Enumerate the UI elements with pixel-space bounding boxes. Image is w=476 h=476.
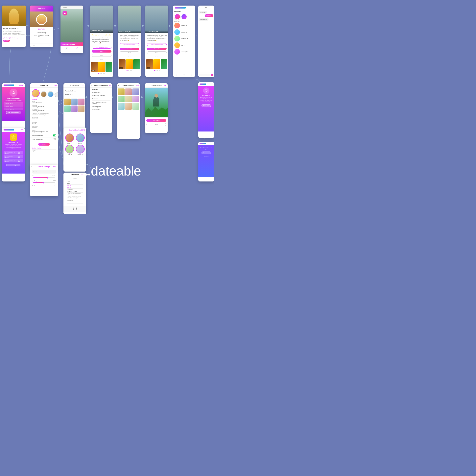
- nav-icon-2[interactable]: ♡: [183, 74, 185, 76]
- blocked-user-2[interactable]: David, 26: [65, 145, 74, 155]
- credit-item-1[interactable]: 4 Credits · $6.10: [3, 105, 23, 107]
- edit-avatar-2[interactable]: [48, 91, 53, 97]
- name-value[interactable]: Alison Reynolds: [32, 102, 56, 104]
- match-avatar-1[interactable]: [181, 14, 187, 20]
- edit-profile-done[interactable]: OO: [54, 85, 57, 86]
- fb-photo-6[interactable]: [118, 103, 125, 110]
- fb-photo-4[interactable]: [125, 96, 132, 102]
- add-photo-btn[interactable]: +: [54, 92, 58, 97]
- block-button-2[interactable]: Block: [119, 51, 139, 54]
- match-row-0[interactable]: Renner, 26: [174, 23, 194, 28]
- fb-photo-2[interactable]: [132, 88, 139, 95]
- about-value[interactable]: About Me: [32, 118, 56, 121]
- chat-input[interactable]: [199, 74, 210, 76]
- edit-avatar-main[interactable]: [32, 89, 40, 97]
- search-settings-link[interactable]: Search Settings: [31, 32, 52, 33]
- push-toggle[interactable]: [53, 135, 56, 136]
- credits-done-btn[interactable]: DONE: [19, 85, 23, 86]
- back-button-1[interactable]: Back: [92, 58, 111, 61]
- view-fb-button-2[interactable]: View Facebook Profile: [119, 43, 139, 46]
- match-button-1[interactable]: Match: [92, 50, 111, 52]
- height-val[interactable]: Height: [67, 187, 83, 189]
- edit-avatar-1[interactable]: [41, 91, 47, 97]
- send-button[interactable]: ▶: [211, 74, 213, 76]
- tagline-value[interactable]: Alicia City Residents: [32, 106, 56, 108]
- pro-done-btn[interactable]: DO: [21, 129, 23, 131]
- nav-icon-3[interactable]: ⊘: [191, 74, 192, 76]
- online-button[interactable]: I'm online: [3, 40, 10, 42]
- match-row-1[interactable]: Renner, 26: [174, 29, 194, 35]
- about-val[interactable]: [67, 201, 83, 204]
- album-link-3[interactable]: how I spent my summer vacation: [92, 101, 110, 105]
- unmatch-button[interactable]: Unmatch: [119, 48, 139, 50]
- edit-photos-done[interactable]: OO: [82, 85, 84, 86]
- interests-val[interactable]: Interests · Dating: [67, 191, 83, 193]
- match-row-2[interactable]: JackMon, 25: [174, 36, 194, 41]
- edit-photos-exp-done[interactable]: OO: [109, 85, 111, 86]
- album-link-0[interactable]: Profile Photos: [92, 91, 110, 94]
- search-input[interactable]: Search: [32, 170, 56, 173]
- never-mind-btn-1[interactable]: Never mind: [202, 104, 211, 107]
- nav-settings-icon[interactable]: ⊘: [48, 44, 50, 46]
- back-button-2[interactable]: Back: [119, 56, 139, 58]
- words-val[interactable]: 2 words to describe you · write this des…: [67, 196, 83, 199]
- membership-1[interactable]: Pro Membership · 4 Months $12 Mtly: [3, 155, 23, 158]
- fb-photo-3[interactable]: [118, 96, 125, 102]
- credit-item-2[interactable]: 6 Credits · $14.50: [3, 108, 23, 110]
- fb-photo-0[interactable]: [118, 88, 125, 95]
- search-done[interactable]: DONE: [53, 166, 57, 167]
- chat-back-icon[interactable]: ‹: [200, 7, 200, 9]
- edit-photos-exp-back[interactable]: ‹: [91, 84, 92, 86]
- edit-profile-link[interactable]: Edit Profile: [31, 28, 52, 30]
- log-out-link[interactable]: Log Out 5: [32, 150, 56, 152]
- match-row-3[interactable]: JMo, 21: [174, 42, 194, 48]
- photo-thumb-0[interactable]: [64, 99, 71, 105]
- album-link-1[interactable]: Photos from dateable: [92, 94, 110, 97]
- block-button-1[interactable]: Block: [92, 54, 111, 57]
- fundspot-button[interactable]: Fundspot: [3, 37, 10, 39]
- edit-done-button[interactable]: DONE: [38, 143, 50, 146]
- blocked-user-1[interactable]: Luis, 28: [75, 134, 85, 144]
- nav-home-icon[interactable]: ⊙: [33, 44, 35, 46]
- nav-icon-1[interactable]: ⊙: [176, 74, 177, 76]
- unlock-upgrade-btn[interactable]: Unlock & Upgrade: [6, 164, 20, 166]
- crop-done[interactable]: OO: [164, 85, 166, 86]
- fb-photo-7[interactable]: [125, 103, 132, 110]
- album-link-2[interactable]: Christmas: [92, 97, 110, 101]
- blocked-user-3[interactable]: Kelvin, 32: [75, 145, 85, 155]
- fb-photo-5[interactable]: [132, 96, 139, 102]
- interests-value[interactable]: Alicia City Residents: [32, 110, 56, 112]
- photo-thumb-5[interactable]: [78, 105, 85, 112]
- fb-albums-done[interactable]: OO: [136, 85, 139, 86]
- unmatch-button-3[interactable]: Unmatch: [147, 48, 167, 50]
- search-back[interactable]: ‹: [31, 166, 32, 168]
- height-name-val[interactable]: Name: [67, 183, 83, 185]
- album-link-4[interactable]: Mobile Uploads: [92, 105, 110, 108]
- block-button-3[interactable]: Block: [147, 51, 167, 54]
- membership-2[interactable]: Pro Membership · 5 Months $14 Mtly: [3, 159, 23, 162]
- photo-thumb-2[interactable]: [78, 99, 85, 105]
- email-toggle[interactable]: [53, 138, 56, 140]
- membership-0[interactable]: Pro Membership · 3 Months $12 Mtly: [3, 151, 23, 154]
- dislike-button[interactable]: ✗: [65, 47, 68, 50]
- gender-value[interactable]: Female: [32, 123, 56, 125]
- blocked-profiles-link[interactable]: Blocked Profiles: [32, 147, 56, 150]
- play-icon[interactable]: ▶: [64, 12, 66, 14]
- credit-item-0[interactable]: 1 Credits · $1.20: [3, 102, 23, 105]
- photo-thumb-1[interactable]: [71, 99, 78, 105]
- your-photos-link[interactable]: Your Photos: [65, 93, 84, 96]
- show-friends-link[interactable]: Show App Phone Friends: [31, 35, 52, 36]
- tab-profile[interactable]: Profile: [64, 177, 86, 180]
- cancel-photo-btn[interactable]: Cancel: [146, 123, 166, 126]
- birthday-value[interactable]: 03/03/21: [32, 127, 56, 129]
- get-pro-button[interactable]: Get Dateable Pro: [6, 111, 21, 114]
- never-mind-btn-2[interactable]: Never mind: [202, 152, 211, 154]
- blocked-done[interactable]: DONE: [81, 129, 85, 131]
- like-button[interactable]: ♡: [76, 47, 79, 50]
- nav-profile-icon[interactable]: ♡: [41, 44, 42, 46]
- fb-photo-1[interactable]: [125, 88, 132, 95]
- fb-albums-back[interactable]: ‹: [118, 84, 119, 86]
- credits-away-button[interactable]: Credits away: [11, 37, 19, 39]
- facebook-albums-link[interactable]: Facebook Albums: [65, 89, 84, 93]
- add-photo-btn[interactable]: Add Photo: [146, 119, 166, 122]
